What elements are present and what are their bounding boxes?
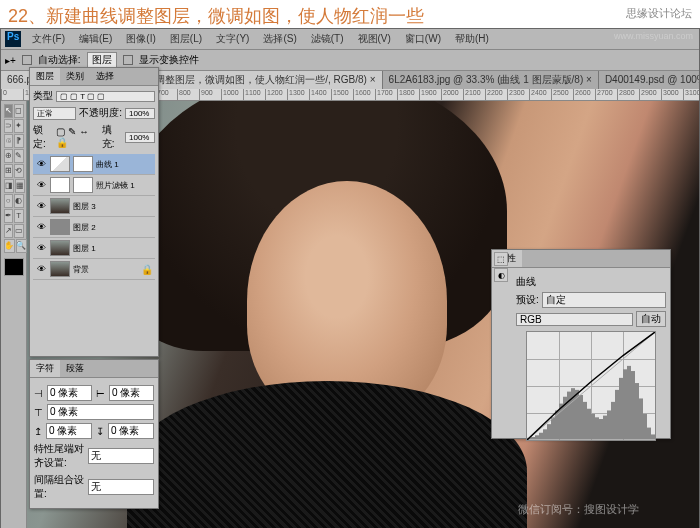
opacity-value[interactable]: 100% xyxy=(125,108,155,119)
lock-icons[interactable]: ▢ ✎ ↔ 🔒 xyxy=(56,126,98,148)
tab-layers[interactable]: 图层 xyxy=(30,68,60,85)
layer-row[interactable]: 👁背景🔒 xyxy=(33,259,155,280)
dodge-tool[interactable]: ◐ xyxy=(14,194,24,208)
curves-icon: ⬚ xyxy=(494,252,508,266)
justify-label: 特性尾端对齐设置: xyxy=(34,442,84,470)
layer-row[interactable]: 👁图层 2 xyxy=(33,217,155,238)
lock-icon: 🔒 xyxy=(141,264,153,275)
layer-filter[interactable]: ▢ ▢ T ▢ ▢ xyxy=(56,91,155,102)
fill-value[interactable]: 100% xyxy=(125,132,155,143)
shape-tool[interactable]: ▭ xyxy=(14,224,24,238)
menu-file[interactable]: 文件(F) xyxy=(29,31,68,47)
lock-label: 锁定: xyxy=(33,123,53,151)
heal-tool[interactable]: ⊕ xyxy=(4,149,14,163)
lasso-tool[interactable]: ⊃ xyxy=(4,119,14,133)
gradient-tool[interactable]: ▦ xyxy=(15,179,25,193)
preset-select[interactable]: 自定 xyxy=(542,292,666,308)
layer-thumb xyxy=(50,261,70,277)
channel-select[interactable]: RGB xyxy=(516,313,633,326)
marquee-tool[interactable]: ◻ xyxy=(14,104,24,118)
menu-layer[interactable]: 图层(L) xyxy=(167,31,205,47)
path-tool[interactable]: ↗ xyxy=(4,224,13,238)
menu-image[interactable]: 图像(I) xyxy=(123,31,158,47)
watermark-url: www.missyuan.com xyxy=(614,31,693,41)
history-brush-tool[interactable]: ⟲ xyxy=(14,164,24,178)
layer-name: 图层 2 xyxy=(73,222,153,233)
type-tool[interactable]: T xyxy=(14,209,24,223)
svg-line-32 xyxy=(527,332,655,440)
show-transform-label: 显示变换控件 xyxy=(139,53,199,67)
move-tool[interactable]: ↖ xyxy=(4,104,14,118)
move-tool-icon: ▸+ xyxy=(5,55,16,66)
menu-view[interactable]: 视图(V) xyxy=(355,31,394,47)
brush-tool[interactable]: ✎ xyxy=(14,149,24,163)
visibility-icon[interactable]: 👁 xyxy=(35,242,47,254)
tab-paragraph[interactable]: 段落 xyxy=(60,360,90,377)
properties-panel[interactable]: 属性 ⬚ ◐ 曲线 预设: 自定 RGB 自动 xyxy=(491,249,671,439)
zoom-tool[interactable]: 🔍 xyxy=(16,239,27,253)
layer-row[interactable]: 👁图层 1 xyxy=(33,238,155,259)
justify-value[interactable]: 无 xyxy=(88,448,154,464)
character-panel[interactable]: 字符 段落 ⊣0 像素⊢0 像素 ⊤0 像素 ↥0 像素↧0 像素 特性尾端对齐… xyxy=(29,359,159,509)
layer-thumb xyxy=(50,156,70,172)
space-before[interactable]: 0 像素 xyxy=(46,423,92,439)
auto-select-checkbox[interactable] xyxy=(22,55,32,65)
pen-tool[interactable]: ✒ xyxy=(4,209,14,223)
doc-tab-2[interactable]: 6L2A6183.jpg @ 33.3% (曲线 1 图层蒙版/8) × xyxy=(383,71,599,89)
layer-thumb xyxy=(50,240,70,256)
adjustment-type: 曲线 xyxy=(516,275,536,289)
foreground-color[interactable] xyxy=(4,258,24,276)
layer-row[interactable]: 👁照片滤镜 1 xyxy=(33,175,155,196)
spacing-value[interactable]: 无 xyxy=(88,479,154,495)
menu-window[interactable]: 窗口(W) xyxy=(402,31,444,47)
tab-channels[interactable]: 类别 xyxy=(60,68,90,85)
layer-kind-label: 类型 xyxy=(33,89,53,103)
menu-filter[interactable]: 滤镜(T) xyxy=(308,31,347,47)
doc-tab-3[interactable]: D400149.psd @ 100% (矩形 2 副本, RGB/8) × xyxy=(599,71,699,89)
menu-edit[interactable]: 编辑(E) xyxy=(76,31,115,47)
blur-tool[interactable]: ○ xyxy=(4,194,14,208)
visibility-icon[interactable]: 👁 xyxy=(35,221,47,233)
layer-name: 照片滤镜 1 xyxy=(96,180,153,191)
show-transform-checkbox[interactable] xyxy=(123,55,133,65)
eraser-tool[interactable]: ◨ xyxy=(4,179,14,193)
layers-panel[interactable]: 图层 类别 选择 类型 ▢ ▢ T ▢ ▢ 正常 不透明度: 100% 锁定: … xyxy=(29,67,159,357)
space-after[interactable]: 0 像素 xyxy=(108,423,154,439)
wand-tool[interactable]: ✦ xyxy=(14,119,24,133)
crop-tool[interactable]: ⟃ xyxy=(4,134,14,148)
tab-character[interactable]: 字符 xyxy=(30,360,60,377)
layers-list: 👁曲线 1👁照片滤镜 1👁图层 3👁图层 2👁图层 1👁背景🔒 xyxy=(33,154,155,280)
auto-select-label: 自动选择: xyxy=(38,53,81,67)
first-line[interactable]: 0 像素 xyxy=(47,404,154,420)
auto-select-target[interactable]: 图层 xyxy=(87,52,117,68)
tutorial-step-title: 22、新建曲线调整图层，微调如图，使人物红润一些 xyxy=(8,4,424,28)
layers-panel-tabs: 图层 类别 选择 xyxy=(30,68,158,86)
space-after-icon: ↧ xyxy=(96,426,104,437)
indent-right[interactable]: 0 像素 xyxy=(109,385,154,401)
layer-row[interactable]: 👁图层 3 xyxy=(33,196,155,217)
visibility-icon[interactable]: 👁 xyxy=(35,200,47,212)
indent-left[interactable]: 0 像素 xyxy=(47,385,92,401)
curves-graph[interactable] xyxy=(526,331,656,441)
menu-help[interactable]: 帮助(H) xyxy=(452,31,492,47)
visibility-icon[interactable]: 👁 xyxy=(35,263,47,275)
stamp-tool[interactable]: ⊞ xyxy=(4,164,14,178)
tab-paths[interactable]: 选择 xyxy=(90,68,120,85)
menu-select[interactable]: 选择(S) xyxy=(260,31,299,47)
layer-name: 图层 3 xyxy=(73,201,153,212)
hand-tool[interactable]: ✋ xyxy=(4,239,15,253)
layer-row[interactable]: 👁曲线 1 xyxy=(33,154,155,175)
indent-left-icon: ⊣ xyxy=(34,388,43,399)
eyedropper-tool[interactable]: ⁋ xyxy=(14,134,24,148)
indent-right-icon: ⊢ xyxy=(96,388,105,399)
layer-thumb xyxy=(50,177,70,193)
layer-name: 曲线 1 xyxy=(96,159,153,170)
auto-button[interactable]: 自动 xyxy=(636,311,666,327)
curve-line[interactable] xyxy=(527,332,655,440)
wechat-watermark: 微信订阅号：搜图设计学 xyxy=(518,502,639,517)
visibility-icon[interactable]: 👁 xyxy=(35,158,47,170)
photo-sweater xyxy=(127,381,527,528)
menu-type[interactable]: 文字(Y) xyxy=(213,31,252,47)
visibility-icon[interactable]: 👁 xyxy=(35,179,47,191)
blend-mode-select[interactable]: 正常 xyxy=(33,107,76,120)
